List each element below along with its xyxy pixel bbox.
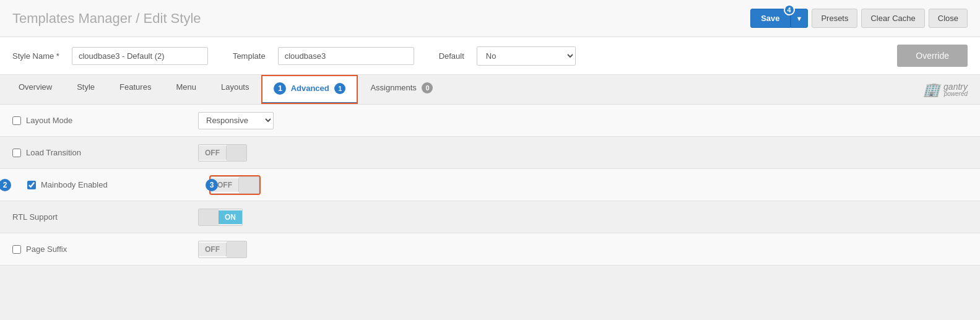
page-suffix-checkbox[interactable] <box>12 245 21 254</box>
mainbody-enabled-text: Mainbody Enabled <box>41 180 108 189</box>
presets-button[interactable]: Presets <box>812 9 857 28</box>
toggle-off-label-ps: OFF <box>199 243 227 256</box>
mainbody-enabled-checkbox[interactable] <box>27 181 36 189</box>
setting-load-transition: Load Transition OFF <box>0 137 980 169</box>
layout-mode-text: Layout Mode <box>26 116 72 125</box>
tab-menu-label: Menu <box>176 82 196 92</box>
default-select[interactable]: No Yes <box>477 46 576 66</box>
style-name-label: Style Name * <box>12 51 59 61</box>
load-transition-toggle[interactable]: OFF <box>198 144 247 162</box>
page-suffix-label: Page Suffix <box>12 244 198 254</box>
toggle-off-label: OFF <box>199 146 227 160</box>
rtl-support-text: RTL Support <box>12 212 58 222</box>
setting-mainbody-enabled: 2 Mainbody Enabled 3 OFF <box>0 169 980 201</box>
clear-cache-button[interactable]: Clear Cache <box>861 9 924 28</box>
tab-advanced-label: Advanced <box>291 84 329 93</box>
advanced-step-badge: 1 <box>274 82 286 95</box>
tab-style[interactable]: Style <box>64 75 107 104</box>
save-label: Save <box>761 14 779 23</box>
gantry-label: gantry powered <box>943 82 968 97</box>
default-label: Default <box>439 51 464 61</box>
toggle-slider-rtl <box>199 209 219 226</box>
load-transition-control: OFF <box>198 144 247 162</box>
gantry-icon: 🏢 <box>923 82 940 98</box>
layout-mode-control: Responsive Fixed <box>198 112 274 129</box>
setting-layout-mode: Layout Mode Responsive Fixed <box>0 105 980 137</box>
mainbody-toggle-step-badge: 3 <box>206 179 218 191</box>
tab-assignments[interactable]: Assignments 0 <box>358 75 445 104</box>
page-suffix-text: Page Suffix <box>26 244 67 254</box>
toggle-on-label-rtl: ON <box>219 210 242 224</box>
tab-layouts-label: Layouts <box>221 82 249 92</box>
toggle-slider-mb <box>239 176 259 194</box>
tabs-left: Overview Style Features Menu Layouts 1 A… <box>6 75 445 104</box>
tab-assignments-label: Assignments <box>370 83 416 92</box>
toggle-slider <box>227 144 246 162</box>
load-transition-text: Load Transition <box>26 148 81 157</box>
layout-mode-dropdown[interactable]: Responsive Fixed <box>198 112 274 129</box>
save-button-group: 4 Save ▼ <box>750 9 808 28</box>
override-button[interactable]: Override <box>897 45 968 67</box>
tab-layouts[interactable]: Layouts <box>209 75 262 104</box>
tab-features-label: Features <box>119 82 151 92</box>
toggle-slider-ps <box>227 241 246 258</box>
save-badge: 4 <box>784 4 795 15</box>
assignments-badge: 0 <box>422 82 433 93</box>
template-input[interactable] <box>278 47 414 65</box>
style-name-row: Style Name * Template Default No Yes Ove… <box>0 37 980 75</box>
save-button[interactable]: 4 Save <box>750 9 790 28</box>
page-suffix-control: OFF <box>198 241 247 258</box>
header-actions: 4 Save ▼ Presets Clear Cache Close <box>750 9 968 28</box>
rtl-support-toggle[interactable]: ON <box>198 209 243 226</box>
page-title: Templates Manager / Edit Style <box>12 11 201 27</box>
page-suffix-toggle[interactable]: OFF <box>198 241 247 258</box>
rtl-support-control: ON <box>198 209 243 226</box>
gantry-logo: 🏢 gantry powered <box>923 82 974 98</box>
mainbody-step-badge: 2 <box>0 179 11 191</box>
close-button[interactable]: Close <box>929 9 968 28</box>
header: Templates Manager / Edit Style 4 Save ▼ … <box>0 0 980 37</box>
rtl-support-label: RTL Support <box>12 212 198 222</box>
template-label: Template <box>233 51 266 61</box>
tab-style-label: Style <box>77 82 95 92</box>
load-transition-label: Load Transition <box>12 148 198 157</box>
layout-mode-select[interactable]: Responsive Fixed <box>199 113 273 128</box>
style-name-input[interactable] <box>72 47 208 65</box>
setting-page-suffix: Page Suffix OFF <box>0 233 980 266</box>
tabs-bar: Overview Style Features Menu Layouts 1 A… <box>0 75 980 105</box>
tab-overview-label: Overview <box>19 82 52 92</box>
mainbody-enabled-control: 3 OFF <box>198 176 259 194</box>
layout-mode-label: Layout Mode <box>12 116 198 125</box>
mainbody-enabled-label: 2 Mainbody Enabled <box>12 180 198 189</box>
app-title: Templates Manager <box>12 11 132 26</box>
breadcrumb-subtitle: Edit Style <box>144 11 201 26</box>
tab-features[interactable]: Features <box>107 75 163 104</box>
tab-overview[interactable]: Overview <box>6 75 64 104</box>
layout-mode-checkbox[interactable] <box>12 116 21 125</box>
setting-rtl-support: RTL Support ON <box>0 201 980 233</box>
load-transition-checkbox[interactable] <box>12 149 21 157</box>
tab-advanced[interactable]: 1 Advanced 1 <box>261 75 358 104</box>
advanced-badge: 1 <box>334 83 345 94</box>
breadcrumb-separator: / <box>136 11 143 26</box>
tab-menu[interactable]: Menu <box>163 75 209 104</box>
settings-content: Layout Mode Responsive Fixed Load Transi… <box>0 105 980 266</box>
